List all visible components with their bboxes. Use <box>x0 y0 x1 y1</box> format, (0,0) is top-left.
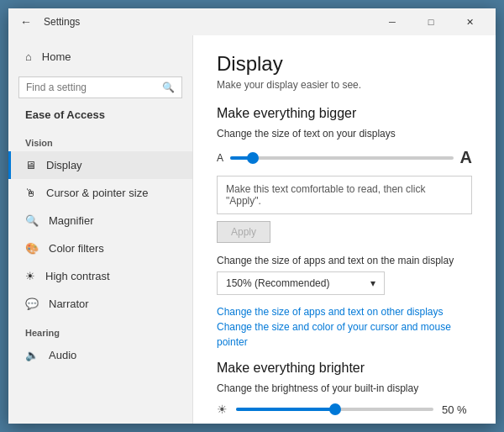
text-preview-text: Make this text comfortable to read, then… <box>226 183 425 207</box>
brightness-row: ☀ 50 % <box>217 403 472 416</box>
highcontrast-icon: ☀ <box>25 270 35 282</box>
settings-window: ← Settings ─ □ ✕ ⌂ Home 🔍 Ease of Access… <box>8 8 496 424</box>
audio-icon: 🔈 <box>25 349 39 361</box>
window-body: ⌂ Home 🔍 Ease of Access Vision 🖥 Display… <box>8 35 496 424</box>
close-button[interactable]: ✕ <box>450 8 489 35</box>
search-input[interactable] <box>26 82 162 93</box>
search-icon: 🔍 <box>162 82 175 93</box>
sidebar-item-audio-label: Audio <box>49 349 76 361</box>
text-size-label: Change the size of text on your displays <box>217 128 472 140</box>
hearing-section-label: Hearing <box>8 318 192 341</box>
section1-title: Make everything bigger <box>217 106 472 121</box>
brightness-label: Change the brightness of your built-in d… <box>217 382 472 394</box>
sidebar-item-display[interactable]: 🖥 Display <box>8 151 192 179</box>
dropdown-arrow-icon: ▾ <box>370 277 375 289</box>
slider-thumb[interactable] <box>247 152 259 164</box>
link-cursor-pointer[interactable]: Change the size and color of your cursor… <box>217 321 451 348</box>
app-scale-dropdown[interactable]: 150% (Recommended) ▾ <box>217 271 385 295</box>
app-scale-label: Change the size of apps and text on the … <box>217 255 472 266</box>
ease-of-access-label: Ease of Access <box>8 103 192 128</box>
page-subtitle: Make your display easier to see. <box>217 79 472 91</box>
brightness-slider[interactable] <box>236 408 433 411</box>
sidebar-item-colorfilters-label: Color filters <box>49 242 104 255</box>
main-content: Display Make your display easier to see.… <box>193 35 496 424</box>
sidebar-item-home[interactable]: ⌂ Home <box>8 42 192 71</box>
large-a-label: A <box>460 148 472 167</box>
text-preview-box: Make this text comfortable to read, then… <box>217 176 472 214</box>
window-title: Settings <box>44 16 80 28</box>
text-size-slider[interactable] <box>230 156 454 160</box>
brightness-low-icon: ☀ <box>217 403 228 416</box>
sidebar-item-narrator[interactable]: 💬 Narrator <box>8 290 192 318</box>
app-scale-value: 150% (Recommended) <box>226 277 329 289</box>
sidebar-item-cursor-label: Cursor & pointer size <box>46 187 148 199</box>
vision-section-label: Vision <box>8 128 192 151</box>
home-label: Home <box>42 50 71 63</box>
sidebar-item-highcontrast-label: High contrast <box>45 270 110 282</box>
sidebar-item-narrator-label: Narrator <box>49 298 89 310</box>
link-other-displays[interactable]: Change the size of apps and text on othe… <box>217 306 444 318</box>
section2-title: Make everything brighter <box>217 361 472 376</box>
cursor-icon: 🖱 <box>25 187 36 199</box>
maximize-button[interactable]: □ <box>412 8 450 35</box>
brightness-fill <box>236 408 335 411</box>
sidebar-item-magnifier-label: Magnifier <box>49 214 93 227</box>
page-title: Display <box>217 52 472 76</box>
home-icon: ⌂ <box>25 50 32 63</box>
sidebar-item-magnifier[interactable]: 🔍 Magnifier <box>8 207 192 234</box>
narrator-icon: 💬 <box>25 298 39 310</box>
sidebar-item-highcontrast[interactable]: ☀ High contrast <box>8 262 192 290</box>
apply-button[interactable]: Apply <box>217 221 270 243</box>
magnifier-icon: 🔍 <box>25 214 39 227</box>
title-bar-left: ← Settings <box>15 13 373 30</box>
sidebar-item-cursor[interactable]: 🖱 Cursor & pointer size <box>8 179 192 207</box>
search-box[interactable]: 🔍 <box>18 76 182 98</box>
display-icon: 🖥 <box>25 159 36 171</box>
sidebar-item-colorfilters[interactable]: 🎨 Color filters <box>8 234 192 262</box>
sidebar-item-audio[interactable]: 🔈 Audio <box>8 341 192 369</box>
minimize-button[interactable]: ─ <box>373 8 412 35</box>
brightness-value: 50 % <box>442 403 472 416</box>
sidebar-item-display-label: Display <box>46 159 82 171</box>
colorfilters-icon: 🎨 <box>25 242 39 255</box>
title-bar-controls: ─ □ ✕ <box>373 8 489 35</box>
small-a-label: A <box>217 152 223 164</box>
sidebar: ⌂ Home 🔍 Ease of Access Vision 🖥 Display… <box>8 35 193 424</box>
text-size-slider-row: A A <box>217 148 472 167</box>
brightness-thumb[interactable] <box>329 403 341 415</box>
back-button[interactable]: ← <box>15 13 37 30</box>
title-bar: ← Settings ─ □ ✕ <box>8 8 496 35</box>
